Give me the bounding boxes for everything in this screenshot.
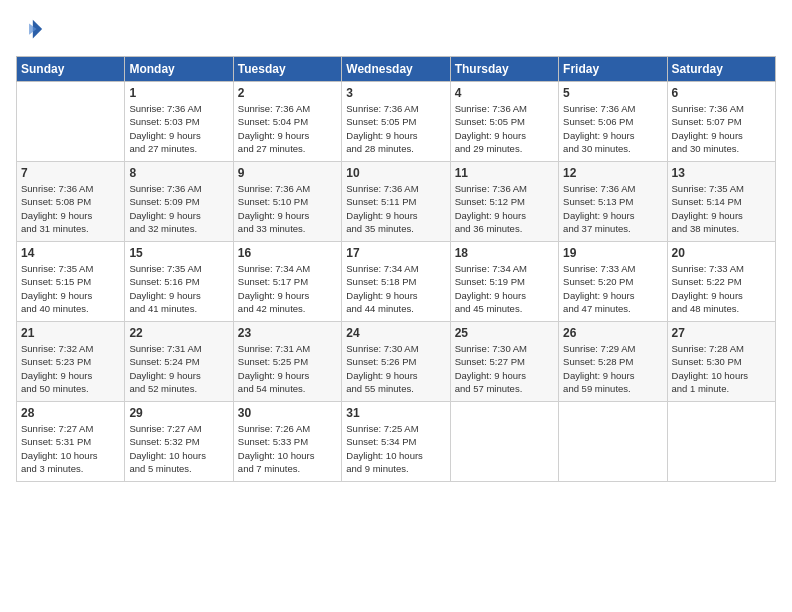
day-info: Sunrise: 7:36 AMSunset: 5:07 PMDaylight:… <box>672 102 771 155</box>
calendar-cell: 1Sunrise: 7:36 AMSunset: 5:03 PMDaylight… <box>125 82 233 162</box>
day-number: 4 <box>455 86 554 100</box>
calendar-cell: 27Sunrise: 7:28 AMSunset: 5:30 PMDayligh… <box>667 322 775 402</box>
calendar-body: 1Sunrise: 7:36 AMSunset: 5:03 PMDaylight… <box>17 82 776 482</box>
day-info: Sunrise: 7:36 AMSunset: 5:12 PMDaylight:… <box>455 182 554 235</box>
calendar-cell <box>450 402 558 482</box>
calendar-cell <box>667 402 775 482</box>
day-number: 29 <box>129 406 228 420</box>
calendar-cell: 14Sunrise: 7:35 AMSunset: 5:15 PMDayligh… <box>17 242 125 322</box>
day-number: 9 <box>238 166 337 180</box>
day-number: 28 <box>21 406 120 420</box>
day-number: 26 <box>563 326 662 340</box>
day-info: Sunrise: 7:33 AMSunset: 5:22 PMDaylight:… <box>672 262 771 315</box>
day-info: Sunrise: 7:36 AMSunset: 5:05 PMDaylight:… <box>455 102 554 155</box>
calendar-cell: 20Sunrise: 7:33 AMSunset: 5:22 PMDayligh… <box>667 242 775 322</box>
calendar-cell: 11Sunrise: 7:36 AMSunset: 5:12 PMDayligh… <box>450 162 558 242</box>
day-number: 23 <box>238 326 337 340</box>
day-info: Sunrise: 7:31 AMSunset: 5:24 PMDaylight:… <box>129 342 228 395</box>
calendar-cell: 10Sunrise: 7:36 AMSunset: 5:11 PMDayligh… <box>342 162 450 242</box>
calendar-cell: 5Sunrise: 7:36 AMSunset: 5:06 PMDaylight… <box>559 82 667 162</box>
calendar-cell: 19Sunrise: 7:33 AMSunset: 5:20 PMDayligh… <box>559 242 667 322</box>
day-info: Sunrise: 7:27 AMSunset: 5:31 PMDaylight:… <box>21 422 120 475</box>
header-cell-monday: Monday <box>125 57 233 82</box>
week-row-2: 14Sunrise: 7:35 AMSunset: 5:15 PMDayligh… <box>17 242 776 322</box>
logo <box>16 16 48 44</box>
day-number: 19 <box>563 246 662 260</box>
calendar-cell: 9Sunrise: 7:36 AMSunset: 5:10 PMDaylight… <box>233 162 341 242</box>
calendar-cell: 24Sunrise: 7:30 AMSunset: 5:26 PMDayligh… <box>342 322 450 402</box>
calendar-cell: 29Sunrise: 7:27 AMSunset: 5:32 PMDayligh… <box>125 402 233 482</box>
day-number: 30 <box>238 406 337 420</box>
calendar-cell: 30Sunrise: 7:26 AMSunset: 5:33 PMDayligh… <box>233 402 341 482</box>
calendar-header: SundayMondayTuesdayWednesdayThursdayFrid… <box>17 57 776 82</box>
calendar-cell: 6Sunrise: 7:36 AMSunset: 5:07 PMDaylight… <box>667 82 775 162</box>
calendar-cell: 18Sunrise: 7:34 AMSunset: 5:19 PMDayligh… <box>450 242 558 322</box>
day-number: 12 <box>563 166 662 180</box>
day-number: 14 <box>21 246 120 260</box>
calendar-cell: 16Sunrise: 7:34 AMSunset: 5:17 PMDayligh… <box>233 242 341 322</box>
calendar-cell: 17Sunrise: 7:34 AMSunset: 5:18 PMDayligh… <box>342 242 450 322</box>
day-info: Sunrise: 7:36 AMSunset: 5:03 PMDaylight:… <box>129 102 228 155</box>
calendar-cell: 21Sunrise: 7:32 AMSunset: 5:23 PMDayligh… <box>17 322 125 402</box>
calendar-cell: 31Sunrise: 7:25 AMSunset: 5:34 PMDayligh… <box>342 402 450 482</box>
day-info: Sunrise: 7:35 AMSunset: 5:16 PMDaylight:… <box>129 262 228 315</box>
calendar-cell: 28Sunrise: 7:27 AMSunset: 5:31 PMDayligh… <box>17 402 125 482</box>
day-info: Sunrise: 7:27 AMSunset: 5:32 PMDaylight:… <box>129 422 228 475</box>
day-number: 31 <box>346 406 445 420</box>
day-info: Sunrise: 7:36 AMSunset: 5:08 PMDaylight:… <box>21 182 120 235</box>
main-container: SundayMondayTuesdayWednesdayThursdayFrid… <box>0 0 792 490</box>
calendar-cell: 12Sunrise: 7:36 AMSunset: 5:13 PMDayligh… <box>559 162 667 242</box>
day-info: Sunrise: 7:30 AMSunset: 5:26 PMDaylight:… <box>346 342 445 395</box>
calendar-cell: 4Sunrise: 7:36 AMSunset: 5:05 PMDaylight… <box>450 82 558 162</box>
day-number: 17 <box>346 246 445 260</box>
day-number: 24 <box>346 326 445 340</box>
day-info: Sunrise: 7:33 AMSunset: 5:20 PMDaylight:… <box>563 262 662 315</box>
day-info: Sunrise: 7:36 AMSunset: 5:10 PMDaylight:… <box>238 182 337 235</box>
day-info: Sunrise: 7:36 AMSunset: 5:09 PMDaylight:… <box>129 182 228 235</box>
day-info: Sunrise: 7:36 AMSunset: 5:05 PMDaylight:… <box>346 102 445 155</box>
day-number: 22 <box>129 326 228 340</box>
calendar-cell: 8Sunrise: 7:36 AMSunset: 5:09 PMDaylight… <box>125 162 233 242</box>
day-info: Sunrise: 7:32 AMSunset: 5:23 PMDaylight:… <box>21 342 120 395</box>
day-number: 1 <box>129 86 228 100</box>
calendar-cell <box>17 82 125 162</box>
header-cell-wednesday: Wednesday <box>342 57 450 82</box>
day-info: Sunrise: 7:35 AMSunset: 5:15 PMDaylight:… <box>21 262 120 315</box>
day-info: Sunrise: 7:36 AMSunset: 5:11 PMDaylight:… <box>346 182 445 235</box>
day-info: Sunrise: 7:29 AMSunset: 5:28 PMDaylight:… <box>563 342 662 395</box>
header <box>16 16 776 44</box>
calendar-cell: 13Sunrise: 7:35 AMSunset: 5:14 PMDayligh… <box>667 162 775 242</box>
day-info: Sunrise: 7:36 AMSunset: 5:13 PMDaylight:… <box>563 182 662 235</box>
calendar-cell: 22Sunrise: 7:31 AMSunset: 5:24 PMDayligh… <box>125 322 233 402</box>
week-row-1: 7Sunrise: 7:36 AMSunset: 5:08 PMDaylight… <box>17 162 776 242</box>
day-number: 11 <box>455 166 554 180</box>
day-number: 21 <box>21 326 120 340</box>
day-number: 15 <box>129 246 228 260</box>
day-number: 6 <box>672 86 771 100</box>
calendar-table: SundayMondayTuesdayWednesdayThursdayFrid… <box>16 56 776 482</box>
header-row: SundayMondayTuesdayWednesdayThursdayFrid… <box>17 57 776 82</box>
day-info: Sunrise: 7:30 AMSunset: 5:27 PMDaylight:… <box>455 342 554 395</box>
day-number: 20 <box>672 246 771 260</box>
day-info: Sunrise: 7:35 AMSunset: 5:14 PMDaylight:… <box>672 182 771 235</box>
day-number: 5 <box>563 86 662 100</box>
day-info: Sunrise: 7:36 AMSunset: 5:06 PMDaylight:… <box>563 102 662 155</box>
header-cell-friday: Friday <box>559 57 667 82</box>
day-info: Sunrise: 7:34 AMSunset: 5:17 PMDaylight:… <box>238 262 337 315</box>
week-row-4: 28Sunrise: 7:27 AMSunset: 5:31 PMDayligh… <box>17 402 776 482</box>
day-info: Sunrise: 7:26 AMSunset: 5:33 PMDaylight:… <box>238 422 337 475</box>
day-info: Sunrise: 7:34 AMSunset: 5:18 PMDaylight:… <box>346 262 445 315</box>
day-number: 27 <box>672 326 771 340</box>
calendar-cell: 15Sunrise: 7:35 AMSunset: 5:16 PMDayligh… <box>125 242 233 322</box>
day-number: 16 <box>238 246 337 260</box>
day-number: 8 <box>129 166 228 180</box>
calendar-cell: 3Sunrise: 7:36 AMSunset: 5:05 PMDaylight… <box>342 82 450 162</box>
header-cell-sunday: Sunday <box>17 57 125 82</box>
header-cell-tuesday: Tuesday <box>233 57 341 82</box>
day-info: Sunrise: 7:25 AMSunset: 5:34 PMDaylight:… <box>346 422 445 475</box>
calendar-cell: 7Sunrise: 7:36 AMSunset: 5:08 PMDaylight… <box>17 162 125 242</box>
day-number: 25 <box>455 326 554 340</box>
header-cell-saturday: Saturday <box>667 57 775 82</box>
week-row-0: 1Sunrise: 7:36 AMSunset: 5:03 PMDaylight… <box>17 82 776 162</box>
day-number: 7 <box>21 166 120 180</box>
